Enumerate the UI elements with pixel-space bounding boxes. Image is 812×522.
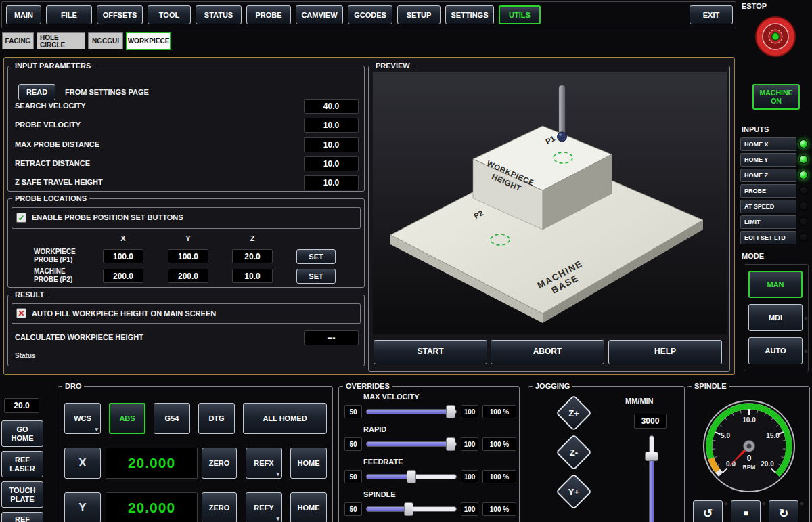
spindle-stop-button[interactable]: ■: [731, 500, 761, 522]
machine-on-button[interactable]: MACHINE ON: [752, 84, 800, 110]
input-row-eoffset-ltd: EOFFSET LTD: [740, 231, 796, 244]
start-button[interactable]: START: [374, 340, 487, 364]
x-ref-button[interactable]: REFX ▾: [246, 448, 282, 479]
slider-handle[interactable]: [407, 470, 416, 483]
status-label: Status: [15, 352, 36, 360]
p1-y-input[interactable]: 100.0: [168, 249, 208, 263]
exit-button[interactable]: EXIT: [690, 5, 733, 24]
field-input-max-probe-distance[interactable]: 10.0: [304, 137, 359, 152]
result-title: RESULT: [12, 290, 47, 299]
spindle-override-min: 50: [344, 502, 362, 516]
read-button[interactable]: READ: [18, 84, 55, 100]
ref-button[interactable]: REF: [1, 512, 43, 522]
tab-facing[interactable]: FACING: [2, 32, 34, 49]
menu-button-main[interactable]: MAIN: [6, 5, 41, 24]
inputs-title: INPUTS: [742, 125, 769, 133]
overrides-group: OVERRIDES MAX VELOCITY 50 100 100 % RAPI…: [338, 386, 520, 522]
y-zero-button[interactable]: ZERO: [202, 492, 237, 522]
autofill-checkbox[interactable]: ✕: [16, 308, 26, 318]
menu-button-gcodes[interactable]: GCODES: [348, 5, 392, 24]
field-input-search-velocity[interactable]: 40.0: [304, 99, 359, 114]
mode-button-man[interactable]: MAN: [748, 271, 803, 298]
menu-button-utils[interactable]: UTILS: [499, 5, 541, 24]
slider-handle[interactable]: [404, 502, 413, 516]
probe-led: [799, 186, 808, 195]
jog-z-minus-button[interactable]: Z-: [557, 435, 591, 469]
p1-set-button[interactable]: SET: [296, 249, 336, 264]
jog-y-plus-button[interactable]: Y+: [557, 475, 591, 508]
menu-button-camview[interactable]: CAMVIEW: [296, 5, 343, 24]
jog-rate-slider[interactable]: [645, 435, 658, 522]
y-home-button[interactable]: HOME: [290, 492, 327, 522]
tab-workpiece[interactable]: WORKPIECE: [126, 32, 171, 50]
wcs-button[interactable]: WCS ▾: [64, 403, 101, 434]
slider-handle[interactable]: [446, 405, 455, 418]
menu-button-settings[interactable]: SETTINGS: [445, 5, 494, 24]
enable-probe-checkbox[interactable]: ✓: [16, 213, 26, 223]
autofill-label: AUTO FILL WORKPIECE HEIGHT ON MAIN SCREE…: [32, 309, 216, 318]
menu-button-tool[interactable]: TOOL: [148, 5, 191, 24]
field-label-z-safe-travel: Z SAFE TRAVEL HEIGHT: [15, 178, 103, 186]
field-input-probe-velocity[interactable]: 10.0: [304, 118, 359, 133]
go-home-button[interactable]: GO HOME: [1, 420, 43, 447]
axis-x-button[interactable]: X: [64, 448, 101, 479]
abs-button[interactable]: ABS: [109, 403, 145, 434]
axis-y-button[interactable]: Y: [64, 492, 101, 522]
max-velocity-slider[interactable]: [366, 405, 457, 418]
jog-z-plus-label: Z+: [557, 396, 591, 430]
y-ref-button[interactable]: REFY ▾: [246, 492, 282, 522]
help-button[interactable]: HELP: [608, 340, 722, 364]
field-input-z-safe-travel[interactable]: 10.0: [304, 175, 359, 190]
abort-button[interactable]: ABORT: [491, 340, 604, 364]
laser-offset-value[interactable]: 20.0: [4, 398, 39, 413]
tab-hole-circle[interactable]: HOLE CIRCLE: [37, 32, 85, 49]
x-zero-button[interactable]: ZERO: [202, 448, 237, 479]
spindle-ccw-icon: ↺: [703, 507, 713, 521]
spindle-override-slider[interactable]: [366, 502, 457, 516]
dtg-button[interactable]: DTG: [198, 403, 235, 434]
tab-ngcgui[interactable]: NGCGUI: [88, 32, 123, 49]
ref-laser-button[interactable]: REF LASER: [1, 451, 43, 477]
menu-button-offsets[interactable]: OFFSETS: [97, 5, 143, 24]
menu-button-setup[interactable]: SETUP: [397, 5, 441, 24]
jog-z-plus-button[interactable]: Z+: [557, 396, 591, 430]
rapid-slider[interactable]: [366, 437, 457, 451]
menu-button-probe[interactable]: PROBE: [246, 5, 291, 24]
rapid-label: RAPID: [363, 425, 386, 433]
caret-down-icon: ▾: [95, 427, 98, 433]
p2-z-input[interactable]: 10.0: [232, 269, 273, 283]
field-label-retract-distance: RETRACT DISTANCE: [15, 159, 90, 167]
spindle-override-label: SPINDLE: [363, 490, 396, 498]
g54-button[interactable]: G54: [154, 403, 190, 434]
p2-set-button[interactable]: SET: [296, 269, 336, 284]
eoffset-ltd-led: [799, 233, 808, 242]
jogging-group: JOGGING Z+ Z- Y+ MM/MIN 3000: [528, 386, 685, 522]
spindle-stop-led: [762, 502, 766, 506]
x-home-button[interactable]: HOME: [290, 448, 327, 479]
field-input-retract-distance[interactable]: 10.0: [304, 156, 359, 171]
caret-down-icon: ▾: [276, 516, 279, 522]
mode-button-auto[interactable]: AUTO: [748, 337, 803, 364]
p2-y-input[interactable]: 200.0: [168, 269, 208, 283]
mode-button-mdi[interactable]: MDI: [748, 304, 803, 331]
menu-button-file[interactable]: FILE: [46, 5, 92, 24]
feedrate-slider[interactable]: [366, 470, 457, 483]
spindle-forward-led: [800, 502, 804, 506]
all-homed-button[interactable]: ALL HOMED: [243, 403, 327, 434]
spindle-reverse-led: [724, 502, 728, 506]
estop-button[interactable]: [754, 15, 797, 58]
app-window: MAIN FILE OFFSETS TOOL STATUS PROBE CAMV…: [0, 0, 812, 522]
column-header-x: X: [103, 234, 143, 242]
mdi-indicator-dot: [804, 316, 808, 320]
column-header-y: Y: [168, 234, 208, 242]
p1-z-input[interactable]: 20.0: [232, 249, 273, 263]
slider-handle[interactable]: [446, 437, 455, 451]
spindle-forward-button[interactable]: ↻: [769, 500, 798, 522]
menu-button-status[interactable]: STATUS: [196, 5, 242, 24]
p2-x-input[interactable]: 200.0: [103, 269, 143, 283]
p1-x-input[interactable]: 100.0: [103, 249, 143, 263]
touch-plate-button[interactable]: TOUCH PLATE: [1, 481, 43, 508]
slider-handle[interactable]: [645, 452, 658, 461]
spindle-reverse-button[interactable]: ↺: [693, 500, 723, 522]
input-row-at-speed: AT SPEED: [740, 200, 796, 213]
